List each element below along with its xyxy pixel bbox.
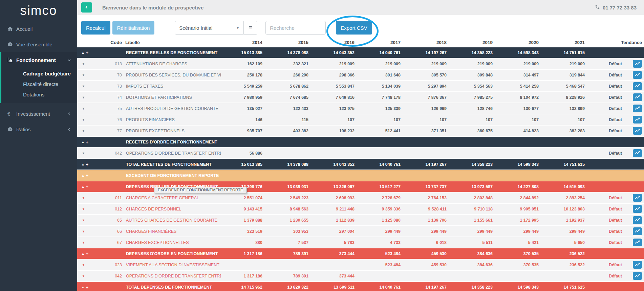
trend-chart-button[interactable] [633,116,642,124]
row-expand-caret-icon[interactable]: ▼ [77,274,98,278]
sidebar-item-fonctionnement[interactable]: Fonctionnement [1,52,77,68]
trend-chart-button[interactable] [633,149,642,157]
row-expand-caret-icon[interactable]: ▼ [77,196,98,200]
row-label: AUTRES CHARGES DE GESTION COURANTE [125,218,221,223]
trend-chart-button[interactable] [633,216,642,224]
collapse-expand-icons[interactable]: ▲+ [77,162,98,167]
trend-chart-button[interactable] [633,239,642,246]
row-expand-caret-icon[interactable]: ▼ [77,230,98,233]
caret-down-icon: ▼ [82,230,98,233]
row-value: 880 [221,240,267,245]
tendance-value: Défaut [589,62,625,66]
collapse-expand-icons[interactable]: ▲+ [77,251,98,256]
chevron-left-icon [67,111,71,117]
trend-chart-button[interactable] [633,105,642,112]
line-chart-icon [635,94,640,100]
sidebar-item-cadrage-budgetaire[interactable]: Cadrage budgétaire [1,68,77,79]
collapse-expand-icons[interactable]: ▲+ [77,140,98,144]
scenario-menu-button[interactable]: ≡ [244,21,257,35]
row-value: 13 699 511 [313,285,359,290]
trend-chart-button[interactable] [633,127,642,135]
row-expand-caret-icon[interactable]: ▼ [77,219,98,222]
sidebar-item-ratios[interactable]: Ratios [0,121,77,137]
row-value: 219 009 [451,62,497,66]
reset-button[interactable]: Réinitialisation [112,21,155,35]
collapse-expand-icons[interactable]: ▲+ [77,285,98,290]
sidebar-item-investissement[interactable]: € Investissement [0,106,77,121]
collapse-expand-icons[interactable]: ▲+ [77,184,98,189]
tendance-value: Défaut [589,263,625,267]
tendance-cell [625,93,644,101]
collapse-expand-icons[interactable]: ▲+ [77,173,98,178]
row-value: 219 009 [405,62,451,66]
sidebar-item-fiscalite-directe[interactable]: Fiscalité directe [1,79,77,89]
row-value: 123 975 [313,106,359,111]
row-expand-caret-icon[interactable]: ▼ [77,207,98,211]
collapse-expand-icons[interactable]: ▲+ [77,50,98,55]
row-value: 5 553 847 [313,84,359,89]
row-value: 107 [313,117,359,122]
trend-chart-button[interactable] [633,194,642,202]
row-code: 013 [98,62,125,66]
scenario-select[interactable]: Scénario Initial ▼ [175,21,244,35]
export-csv-button[interactable]: Export CSV [336,21,372,35]
row-value: 1 379 888 [221,218,267,223]
row-code: 042 [98,274,125,278]
row-value: 14 378 088 [267,50,313,55]
sidebar-item-vue-densemble[interactable]: Vue d'ensemble [0,37,77,52]
tendance-cell [625,194,644,202]
row-label: RECETTES REELLES DE FONCTIONNEMENT [125,50,221,55]
line-chart-icon [635,106,640,112]
row-value: 360 675 [451,129,497,133]
trend-chart-button[interactable] [633,227,642,235]
row-expand-caret-icon[interactable]: ▼ [77,85,98,88]
recalc-button[interactable]: Recalcul [81,21,110,35]
trend-chart-button[interactable] [633,82,642,90]
row-value: 7 748 178 [359,95,405,100]
row-expand-caret-icon[interactable]: ▼ [77,263,98,267]
back-button[interactable] [81,2,92,13]
trend-chart-button[interactable] [633,93,642,101]
row-value: 303 953 [267,229,313,234]
sidebar-item-dotations[interactable]: Dotations [1,89,77,100]
sidebar-item-accueil[interactable]: Accueil [0,21,77,37]
table-header-row: Code Libellé 2014 2015 2016 2017 2018 20… [77,37,644,47]
column-header-year: 2016 [313,40,359,45]
search-input[interactable] [265,21,326,35]
row-value: 14 751 615 [543,162,589,167]
row-expand-caret-icon[interactable]: ▼ [77,107,98,110]
row-value: 14 197 267 [405,162,451,167]
trend-chart-button[interactable] [633,272,642,280]
row-expand-caret-icon[interactable]: ▼ [77,96,98,99]
table-row: ▼012CHARGES DE PERSONNEL9 143 4158 948 5… [77,204,644,214]
row-value: 299 449 [497,229,543,234]
row-value: 384 636 [451,251,497,256]
tendance-cell [625,71,644,79]
trend-chart-button[interactable] [633,261,642,269]
caret-down-icon: ▼ [82,118,98,121]
row-expand-caret-icon[interactable]: ▼ [77,152,98,155]
trend-chart-button[interactable] [633,205,642,213]
line-chart-icon [635,240,640,246]
row-expand-caret-icon[interactable]: ▼ [77,73,98,77]
row-value: 126 969 [405,106,451,111]
row-expand-caret-icon[interactable]: ▼ [77,62,98,66]
row-value: 232 321 [267,62,313,66]
row-expand-caret-icon[interactable]: ▼ [77,118,98,121]
row-code: 65 [98,218,125,223]
row-expand-caret-icon[interactable]: ▼ [77,129,98,133]
row-value: 5 549 259 [221,84,267,89]
line-chart-icon [635,195,640,201]
row-value: 2 893 254 [543,196,589,200]
row-code: 74 [98,95,125,100]
row-value: 14 358 223 [451,162,497,167]
column-header-year: 2017 [359,40,405,45]
row-code: 023 [98,263,125,267]
caret-down-icon: ▼ [82,129,98,133]
row-label: CHARGES DE PERSONNEL [125,207,221,211]
row-value: 107 [451,117,497,122]
trend-chart-button[interactable] [633,71,642,79]
row-value: 162 109 [221,62,267,66]
row-expand-caret-icon[interactable]: ▼ [77,241,98,244]
trend-chart-button[interactable] [633,60,642,68]
